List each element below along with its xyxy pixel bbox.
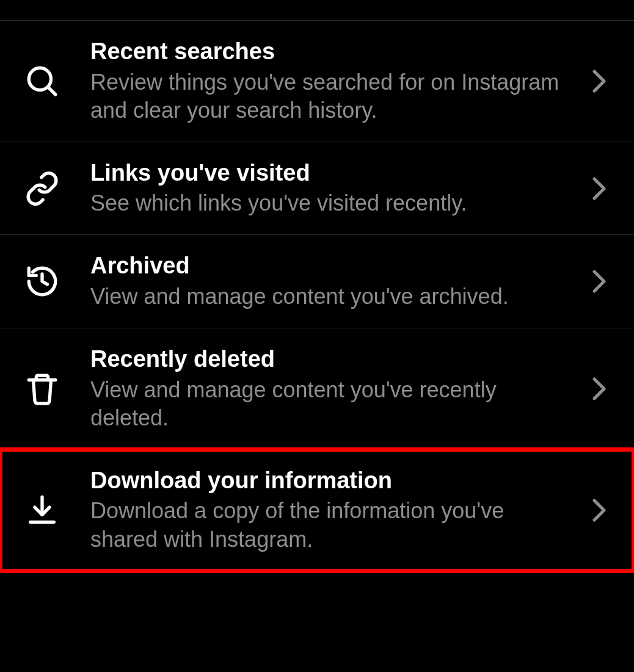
list-item-text: Links you've visited See which links you… bbox=[90, 159, 589, 218]
list-item-title: Archived bbox=[90, 252, 570, 280]
link-icon bbox=[23, 170, 61, 208]
list-item-links-visited[interactable]: Links you've visited See which links you… bbox=[0, 142, 634, 235]
chevron-right-icon bbox=[589, 269, 610, 294]
list-item-text: Download your information Download a cop… bbox=[90, 467, 589, 554]
chevron-right-icon bbox=[589, 69, 610, 93]
chevron-right-icon bbox=[589, 176, 610, 201]
list-item-title: Recent searches bbox=[90, 38, 570, 66]
list-item-recent-searches[interactable]: Recent searches Review things you've sea… bbox=[0, 20, 634, 142]
chevron-right-icon bbox=[589, 377, 610, 401]
svg-line-1 bbox=[48, 87, 56, 95]
list-item-subtitle: Review things you've searched for on Ins… bbox=[90, 68, 570, 125]
settings-list: Recent searches Review things you've sea… bbox=[0, 0, 634, 571]
trash-icon bbox=[23, 370, 61, 408]
list-item-subtitle: See which links you've visited recently. bbox=[90, 189, 570, 217]
chevron-right-icon bbox=[589, 498, 610, 522]
list-item-subtitle: Download a copy of the information you'v… bbox=[90, 497, 570, 553]
search-icon bbox=[23, 62, 61, 100]
list-item-download-information[interactable]: Download your information Download a cop… bbox=[0, 449, 634, 571]
download-icon bbox=[23, 491, 61, 529]
list-item-title: Links you've visited bbox=[90, 159, 570, 187]
list-item-archived[interactable]: Archived View and manage content you've … bbox=[0, 234, 634, 328]
list-item-text: Recent searches Review things you've sea… bbox=[90, 38, 589, 125]
list-item-subtitle: View and manage content you've archived. bbox=[90, 283, 570, 311]
list-item-title: Download your information bbox=[90, 467, 570, 495]
list-item-title: Recently deleted bbox=[90, 345, 570, 374]
list-item-subtitle: View and manage content you've recently … bbox=[90, 376, 570, 432]
list-item-text: Archived View and manage content you've … bbox=[90, 252, 589, 311]
spacer bbox=[0, 0, 634, 20]
list-item-recently-deleted[interactable]: Recently deleted View and manage content… bbox=[0, 328, 634, 449]
list-item-text: Recently deleted View and manage content… bbox=[90, 345, 589, 432]
history-icon bbox=[23, 262, 61, 300]
